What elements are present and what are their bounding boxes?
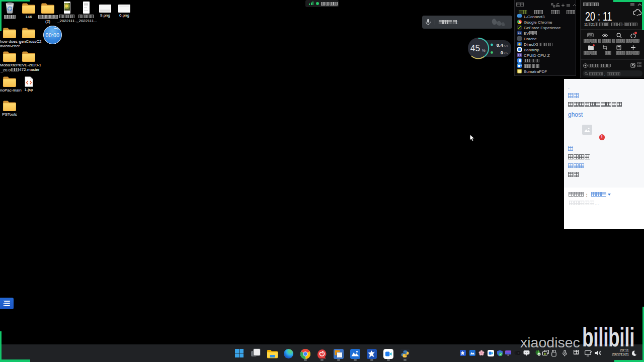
svg-text:0: 0 (501, 50, 503, 55)
svg-text:0.4: 0.4 (497, 42, 504, 48)
svg-text:45: 45 (470, 43, 480, 53)
svg-text:%: % (482, 48, 486, 53)
svg-text:K/s: K/s (504, 44, 508, 47)
svg-text:K/s: K/s (504, 52, 508, 55)
